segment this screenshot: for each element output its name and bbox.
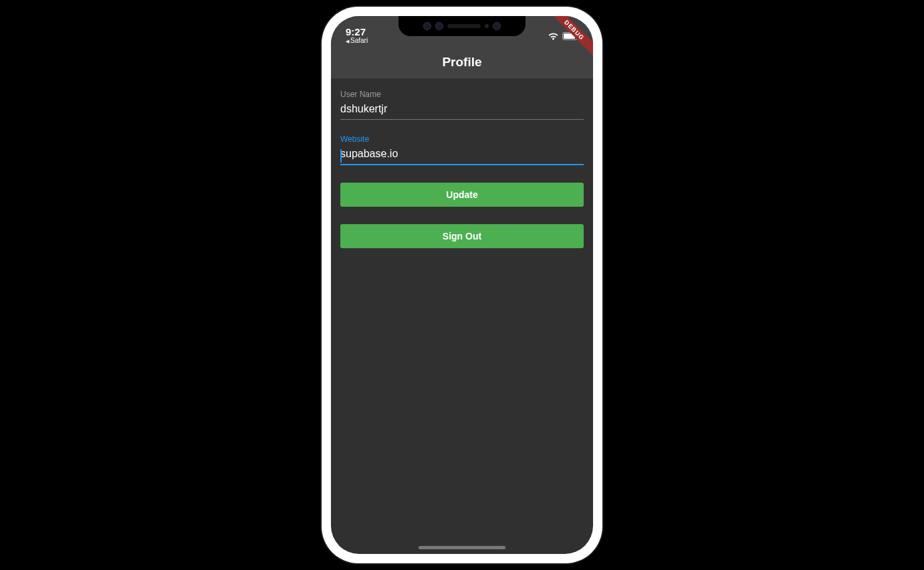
- phone-frame: DEBUG 9:27 Safari: [322, 7, 602, 563]
- screen: DEBUG 9:27 Safari: [331, 16, 593, 554]
- speaker-icon: [447, 24, 481, 28]
- sensor-dot-icon: [485, 24, 489, 28]
- back-to-app[interactable]: Safari: [346, 37, 368, 44]
- home-indicator[interactable]: [419, 546, 505, 549]
- page-title: Profile: [442, 55, 481, 70]
- username-input[interactable]: [340, 100, 584, 119]
- input-underline: [340, 119, 584, 120]
- camera-icon: [435, 22, 443, 30]
- website-field-container: Website: [340, 134, 584, 165]
- content: User Name Website Update Sign Out: [331, 79, 593, 259]
- sign-out-button[interactable]: Sign Out: [340, 224, 584, 248]
- camera-icon: [493, 22, 501, 30]
- back-to-app-label: Safari: [350, 37, 368, 44]
- username-label: User Name: [340, 90, 584, 99]
- website-label: Website: [340, 134, 584, 144]
- status-time: 9:27: [346, 27, 366, 37]
- input-underline: [340, 164, 584, 165]
- username-field-container: User Name: [340, 90, 584, 120]
- debug-banner-label: DEBUG: [548, 16, 593, 57]
- notch: [398, 16, 526, 36]
- debug-banner: DEBUG: [546, 16, 593, 63]
- camera-icon: [423, 22, 431, 30]
- website-input[interactable]: [340, 145, 584, 164]
- update-button[interactable]: Update: [340, 183, 584, 207]
